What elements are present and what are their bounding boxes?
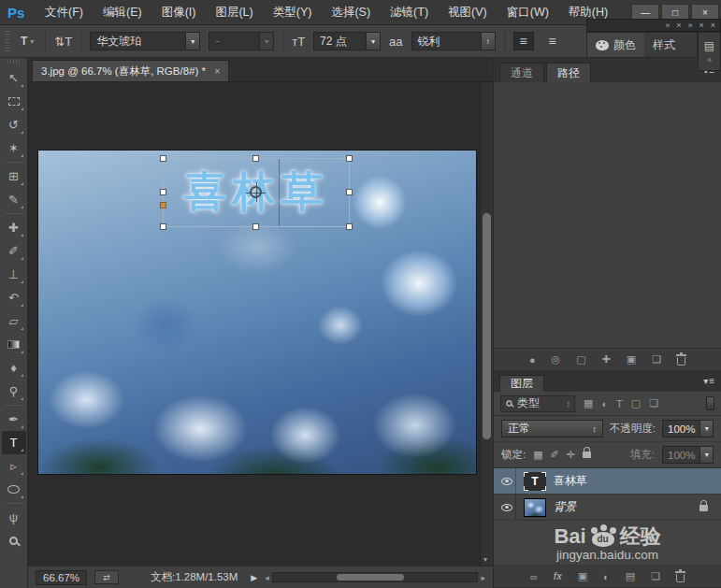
transform-handle[interactable] [252, 155, 259, 162]
type-tool[interactable]: T [2, 431, 26, 454]
stroke-path-icon[interactable]: ◎ [552, 353, 561, 366]
new-adjustment-layer-icon[interactable]: ◐ [603, 571, 610, 582]
new-path-icon[interactable]: ❏ [652, 353, 661, 366]
text-transform-box[interactable]: 喜林草 [163, 158, 350, 227]
layer-visibility-toggle[interactable] [497, 495, 516, 520]
transform-handle[interactable] [346, 223, 353, 230]
status-options-button[interactable]: ⇄ [94, 570, 119, 584]
menu-item-select[interactable]: 选择(S) [331, 5, 370, 21]
zoom-tool[interactable] [2, 529, 26, 552]
menu-item-filter[interactable]: 滤镜(T) [390, 5, 428, 21]
transform-handle[interactable] [160, 155, 166, 162]
lock-pixels-icon[interactable]: ✐ [551, 449, 559, 461]
expand-dock-icon[interactable]: » [707, 55, 712, 65]
transform-handle[interactable] [252, 223, 259, 230]
vertical-scrollbar[interactable]: ▾ [480, 82, 493, 566]
align-center-button[interactable]: ≡ [542, 32, 563, 50]
transform-handle[interactable] [346, 155, 353, 162]
layer-name[interactable]: 背景 [554, 499, 576, 515]
fill-path-icon[interactable]: ● [529, 354, 536, 366]
zoom-level-field[interactable]: 66.67% [36, 570, 87, 585]
ellipse-tool[interactable] [2, 478, 26, 501]
font-style-select[interactable]: - ▾ [209, 32, 274, 50]
new-layer-icon[interactable]: ❏ [651, 570, 660, 582]
background-layer-thumbnail[interactable] [524, 498, 546, 517]
filter-adjustment-layers-icon[interactable]: ◐ [601, 398, 608, 409]
lock-position-icon[interactable]: ✛ [567, 449, 575, 461]
paths-panel-body[interactable] [494, 82, 721, 349]
new-group-icon[interactable]: ▤ [626, 570, 635, 582]
toggle-text-orientation-icon[interactable]: ⇅T [54, 35, 72, 49]
tab-styles[interactable]: 样式 [644, 33, 684, 57]
canvas-area[interactable]: 喜林草 ▾ [28, 82, 493, 566]
tool-preset-picker[interactable]: T ▾ [18, 35, 36, 48]
menu-item-edit[interactable]: 编辑(E) [103, 5, 142, 21]
text-layer-thumbnail[interactable]: T [524, 472, 546, 491]
menu-item-file[interactable]: 文件(F) [45, 5, 83, 21]
eyedropper-tool[interactable]: ✎ [2, 188, 26, 211]
magic-wand-tool[interactable]: ✶ [2, 136, 26, 160]
menu-item-view[interactable]: 视图(V) [448, 5, 487, 21]
dodge-tool[interactable]: ⚲ [2, 380, 26, 403]
rectangular-marquee-tool[interactable] [2, 90, 26, 113]
vertical-scrollbar-thumb[interactable] [483, 213, 491, 439]
blur-tool[interactable]: ♦ [2, 356, 26, 380]
move-tool[interactable]: ↖ [2, 66, 26, 90]
panel-menu-icon[interactable]: ▾≡ [703, 376, 715, 386]
collapse-panel-icon[interactable]: » [665, 21, 670, 30]
gradient-tool[interactable] [2, 333, 26, 356]
scroll-down-arrow-icon[interactable]: ▾ [483, 555, 487, 564]
filter-shape-layers-icon[interactable]: ▢ [631, 397, 641, 409]
hand-tool[interactable]: ψ [2, 506, 26, 529]
healing-brush-tool[interactable]: ✚ [2, 216, 26, 239]
paragraph-panel-icon[interactable]: ▤ [704, 39, 714, 52]
transform-center-target[interactable] [250, 186, 262, 198]
filter-pixel-layers-icon[interactable]: ▦ [584, 397, 593, 409]
text-anchor-point[interactable] [160, 202, 166, 208]
make-work-path-icon[interactable]: ✚ [602, 353, 611, 366]
horizontal-scrollbar-track[interactable] [272, 572, 479, 582]
add-layer-mask-icon[interactable]: ▣ [578, 570, 587, 582]
horizontal-scrollbar-thumb[interactable] [337, 574, 404, 581]
delete-layer-icon[interactable] [676, 574, 685, 582]
path-selection-tool[interactable]: ▹ [2, 454, 26, 478]
menu-item-window[interactable]: 窗口(W) [507, 5, 549, 21]
scroll-right-arrow-icon[interactable]: ▸ [481, 573, 485, 582]
tab-channels[interactable]: 通道 [499, 63, 544, 82]
tab-paths[interactable]: 路径 [546, 63, 591, 82]
document-image[interactable]: 喜林草 [37, 150, 477, 475]
layer-filter-select[interactable]: 类型 ↕ [500, 395, 575, 412]
opacity-field[interactable]: 100% ▾ [662, 420, 714, 437]
close-panel-icon[interactable]: × [699, 21, 703, 30]
close-panel-icon[interactable]: × [676, 21, 681, 30]
font-family-select[interactable]: 华文琥珀 ▾ [90, 32, 200, 50]
close-document-icon[interactable]: × [214, 65, 220, 77]
menu-item-type[interactable]: 类型(Y) [273, 5, 312, 21]
delete-path-icon[interactable] [677, 357, 685, 366]
menu-item-image[interactable]: 图像(I) [162, 5, 196, 21]
clone-stamp-tool[interactable]: ⊥ [2, 263, 26, 286]
tab-layers[interactable]: 图层 [499, 375, 544, 392]
close-panel-icon[interactable]: × [711, 21, 715, 30]
transform-handle[interactable] [160, 223, 166, 230]
document-tab[interactable]: 3.jpg @ 66.7% (喜林草, RGB/8#) * × [32, 60, 229, 81]
tab-color[interactable]: 颜色 [587, 33, 644, 57]
blend-mode-select[interactable]: 正常 ↕ [501, 420, 603, 437]
layer-style-fx-icon[interactable]: fx [554, 571, 562, 581]
lock-transparency-icon[interactable]: ▦ [533, 449, 542, 461]
menu-item-layer[interactable]: 图层(L) [215, 5, 252, 21]
filter-smart-objects-icon[interactable]: ❏ [649, 397, 658, 409]
add-mask-icon[interactable]: ▣ [627, 353, 636, 366]
layer-name[interactable]: 喜林草 [554, 473, 587, 489]
lock-all-icon[interactable] [583, 452, 591, 458]
collapse-panel-icon[interactable]: » [687, 21, 692, 30]
fill-field[interactable]: 100% ▾ [662, 446, 714, 464]
layer-visibility-toggle[interactable] [497, 468, 516, 494]
menu-item-help[interactable]: 帮助(H) [569, 5, 608, 21]
font-size-select[interactable]: 72 点 ▾ [313, 32, 381, 50]
history-brush-tool[interactable]: ↶ [2, 286, 26, 309]
filter-type-layers-icon[interactable]: T [616, 398, 623, 409]
layer-row-background[interactable]: 背景 [494, 495, 721, 521]
lasso-tool[interactable]: ↺ [2, 113, 26, 136]
transform-handle[interactable] [346, 189, 353, 195]
